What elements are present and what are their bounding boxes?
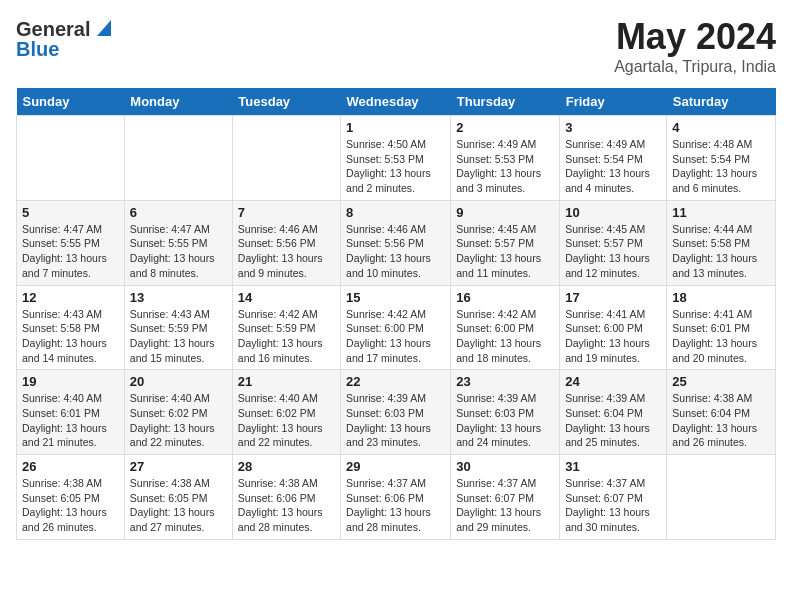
weekday-header-tuesday: Tuesday — [232, 88, 340, 116]
day-number-21: 21 — [238, 374, 335, 389]
calendar-day-2: 2Sunrise: 4:49 AM Sunset: 5:53 PM Daylig… — [451, 116, 560, 201]
calendar-day-16: 16Sunrise: 4:42 AM Sunset: 6:00 PM Dayli… — [451, 285, 560, 370]
calendar-day-11: 11Sunrise: 4:44 AM Sunset: 5:58 PM Dayli… — [667, 200, 776, 285]
day-detail-4: Sunrise: 4:48 AM Sunset: 5:54 PM Dayligh… — [672, 137, 770, 196]
calendar-day-12: 12Sunrise: 4:43 AM Sunset: 5:58 PM Dayli… — [17, 285, 125, 370]
calendar-day-19: 19Sunrise: 4:40 AM Sunset: 6:01 PM Dayli… — [17, 370, 125, 455]
day-number-19: 19 — [22, 374, 119, 389]
empty-cell — [124, 116, 232, 201]
calendar-day-22: 22Sunrise: 4:39 AM Sunset: 6:03 PM Dayli… — [341, 370, 451, 455]
title-block: May 2024 Agartala, Tripura, India — [614, 16, 776, 76]
day-number-20: 20 — [130, 374, 227, 389]
day-number-29: 29 — [346, 459, 445, 474]
calendar-week-4: 19Sunrise: 4:40 AM Sunset: 6:01 PM Dayli… — [17, 370, 776, 455]
day-detail-19: Sunrise: 4:40 AM Sunset: 6:01 PM Dayligh… — [22, 391, 119, 450]
day-number-8: 8 — [346, 205, 445, 220]
empty-cell — [232, 116, 340, 201]
page-header: General Blue May 2024 Agartala, Tripura,… — [16, 16, 776, 76]
day-number-11: 11 — [672, 205, 770, 220]
day-number-10: 10 — [565, 205, 661, 220]
calendar-table: SundayMondayTuesdayWednesdayThursdayFrid… — [16, 88, 776, 540]
day-number-4: 4 — [672, 120, 770, 135]
logo: General Blue — [16, 16, 115, 61]
day-detail-30: Sunrise: 4:37 AM Sunset: 6:07 PM Dayligh… — [456, 476, 554, 535]
logo-blue-text: Blue — [16, 38, 59, 61]
day-number-18: 18 — [672, 290, 770, 305]
location: Agartala, Tripura, India — [614, 58, 776, 76]
empty-cell — [17, 116, 125, 201]
calendar-day-23: 23Sunrise: 4:39 AM Sunset: 6:03 PM Dayli… — [451, 370, 560, 455]
calendar-day-28: 28Sunrise: 4:38 AM Sunset: 6:06 PM Dayli… — [232, 455, 340, 540]
calendar-week-3: 12Sunrise: 4:43 AM Sunset: 5:58 PM Dayli… — [17, 285, 776, 370]
calendar-day-31: 31Sunrise: 4:37 AM Sunset: 6:07 PM Dayli… — [560, 455, 667, 540]
day-detail-22: Sunrise: 4:39 AM Sunset: 6:03 PM Dayligh… — [346, 391, 445, 450]
day-number-16: 16 — [456, 290, 554, 305]
day-detail-26: Sunrise: 4:38 AM Sunset: 6:05 PM Dayligh… — [22, 476, 119, 535]
weekday-header-saturday: Saturday — [667, 88, 776, 116]
day-number-25: 25 — [672, 374, 770, 389]
calendar-day-17: 17Sunrise: 4:41 AM Sunset: 6:00 PM Dayli… — [560, 285, 667, 370]
calendar-day-24: 24Sunrise: 4:39 AM Sunset: 6:04 PM Dayli… — [560, 370, 667, 455]
empty-cell — [667, 455, 776, 540]
day-detail-21: Sunrise: 4:40 AM Sunset: 6:02 PM Dayligh… — [238, 391, 335, 450]
day-detail-24: Sunrise: 4:39 AM Sunset: 6:04 PM Dayligh… — [565, 391, 661, 450]
day-number-5: 5 — [22, 205, 119, 220]
calendar-day-3: 3Sunrise: 4:49 AM Sunset: 5:54 PM Daylig… — [560, 116, 667, 201]
day-detail-27: Sunrise: 4:38 AM Sunset: 6:05 PM Dayligh… — [130, 476, 227, 535]
day-number-28: 28 — [238, 459, 335, 474]
day-number-1: 1 — [346, 120, 445, 135]
day-detail-29: Sunrise: 4:37 AM Sunset: 6:06 PM Dayligh… — [346, 476, 445, 535]
calendar-week-5: 26Sunrise: 4:38 AM Sunset: 6:05 PM Dayli… — [17, 455, 776, 540]
day-detail-12: Sunrise: 4:43 AM Sunset: 5:58 PM Dayligh… — [22, 307, 119, 366]
weekday-header-thursday: Thursday — [451, 88, 560, 116]
day-detail-8: Sunrise: 4:46 AM Sunset: 5:56 PM Dayligh… — [346, 222, 445, 281]
calendar-day-30: 30Sunrise: 4:37 AM Sunset: 6:07 PM Dayli… — [451, 455, 560, 540]
day-number-24: 24 — [565, 374, 661, 389]
day-detail-23: Sunrise: 4:39 AM Sunset: 6:03 PM Dayligh… — [456, 391, 554, 450]
calendar-day-6: 6Sunrise: 4:47 AM Sunset: 5:55 PM Daylig… — [124, 200, 232, 285]
day-number-14: 14 — [238, 290, 335, 305]
day-detail-18: Sunrise: 4:41 AM Sunset: 6:01 PM Dayligh… — [672, 307, 770, 366]
day-detail-6: Sunrise: 4:47 AM Sunset: 5:55 PM Dayligh… — [130, 222, 227, 281]
day-detail-13: Sunrise: 4:43 AM Sunset: 5:59 PM Dayligh… — [130, 307, 227, 366]
day-number-13: 13 — [130, 290, 227, 305]
day-detail-2: Sunrise: 4:49 AM Sunset: 5:53 PM Dayligh… — [456, 137, 554, 196]
calendar-day-9: 9Sunrise: 4:45 AM Sunset: 5:57 PM Daylig… — [451, 200, 560, 285]
weekday-header-monday: Monday — [124, 88, 232, 116]
day-number-12: 12 — [22, 290, 119, 305]
calendar-week-2: 5Sunrise: 4:47 AM Sunset: 5:55 PM Daylig… — [17, 200, 776, 285]
day-number-9: 9 — [456, 205, 554, 220]
calendar-day-1: 1Sunrise: 4:50 AM Sunset: 5:53 PM Daylig… — [341, 116, 451, 201]
calendar-day-15: 15Sunrise: 4:42 AM Sunset: 6:00 PM Dayli… — [341, 285, 451, 370]
svg-marker-0 — [97, 20, 111, 36]
calendar-day-18: 18Sunrise: 4:41 AM Sunset: 6:01 PM Dayli… — [667, 285, 776, 370]
month-title: May 2024 — [614, 16, 776, 58]
day-number-17: 17 — [565, 290, 661, 305]
day-detail-28: Sunrise: 4:38 AM Sunset: 6:06 PM Dayligh… — [238, 476, 335, 535]
day-detail-9: Sunrise: 4:45 AM Sunset: 5:57 PM Dayligh… — [456, 222, 554, 281]
calendar-week-1: 1Sunrise: 4:50 AM Sunset: 5:53 PM Daylig… — [17, 116, 776, 201]
calendar-day-21: 21Sunrise: 4:40 AM Sunset: 6:02 PM Dayli… — [232, 370, 340, 455]
day-detail-11: Sunrise: 4:44 AM Sunset: 5:58 PM Dayligh… — [672, 222, 770, 281]
day-number-31: 31 — [565, 459, 661, 474]
day-number-6: 6 — [130, 205, 227, 220]
day-number-27: 27 — [130, 459, 227, 474]
weekday-header-sunday: Sunday — [17, 88, 125, 116]
day-detail-31: Sunrise: 4:37 AM Sunset: 6:07 PM Dayligh… — [565, 476, 661, 535]
logo-triangle-icon — [93, 16, 115, 42]
day-detail-10: Sunrise: 4:45 AM Sunset: 5:57 PM Dayligh… — [565, 222, 661, 281]
calendar-day-13: 13Sunrise: 4:43 AM Sunset: 5:59 PM Dayli… — [124, 285, 232, 370]
day-number-7: 7 — [238, 205, 335, 220]
calendar-day-14: 14Sunrise: 4:42 AM Sunset: 5:59 PM Dayli… — [232, 285, 340, 370]
day-detail-20: Sunrise: 4:40 AM Sunset: 6:02 PM Dayligh… — [130, 391, 227, 450]
day-detail-15: Sunrise: 4:42 AM Sunset: 6:00 PM Dayligh… — [346, 307, 445, 366]
calendar-day-20: 20Sunrise: 4:40 AM Sunset: 6:02 PM Dayli… — [124, 370, 232, 455]
day-number-23: 23 — [456, 374, 554, 389]
calendar-day-26: 26Sunrise: 4:38 AM Sunset: 6:05 PM Dayli… — [17, 455, 125, 540]
calendar-day-27: 27Sunrise: 4:38 AM Sunset: 6:05 PM Dayli… — [124, 455, 232, 540]
day-number-2: 2 — [456, 120, 554, 135]
calendar-day-25: 25Sunrise: 4:38 AM Sunset: 6:04 PM Dayli… — [667, 370, 776, 455]
day-detail-7: Sunrise: 4:46 AM Sunset: 5:56 PM Dayligh… — [238, 222, 335, 281]
day-detail-5: Sunrise: 4:47 AM Sunset: 5:55 PM Dayligh… — [22, 222, 119, 281]
day-detail-3: Sunrise: 4:49 AM Sunset: 5:54 PM Dayligh… — [565, 137, 661, 196]
